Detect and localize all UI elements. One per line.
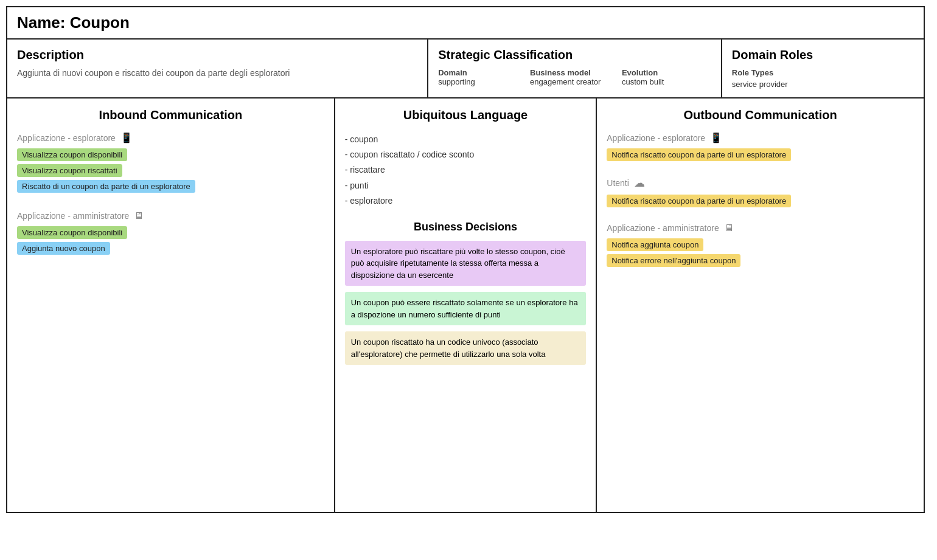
outbound-subsection-utenti: Utenti Notifica riscatto coupon da parte… (607, 176, 914, 210)
outbound-subsection-amministratore: Applicazione - amministratore Notifica a… (607, 223, 914, 270)
badge-admin-visualizza: Visualizza coupon disponibili (17, 226, 324, 242)
domain-roles-section: Domain Roles Role Types service provider (722, 40, 924, 97)
page-header: Name: Coupon (7, 7, 924, 40)
page-title: Name: Coupon (17, 13, 130, 32)
domain-label: Domain supporting (438, 68, 528, 86)
ubiquitous-column: Ubiquitous Language - coupon - coupon ri… (335, 99, 597, 512)
inbound-heading: Inbound Communication (17, 108, 324, 122)
badge-admin-aggiunta: Aggiunta nuovo coupon (17, 242, 324, 258)
outbound-subsection-esploratore: Applicazione - esploratore Notifica risc… (607, 132, 914, 164)
desktop-icon-outbound (724, 223, 734, 233)
term-coupon-riscattato: - coupon riscattato / codice sconto (345, 147, 587, 162)
term-riscattare: - riscattare (345, 162, 587, 178)
main-content-row: Inbound Communication Applicazione - esp… (7, 99, 924, 512)
outbound-utenti-label: Utenti (607, 176, 914, 190)
outbound-column: Outbound Communication Applicazione - es… (597, 99, 924, 512)
term-coupon: - coupon (345, 132, 587, 147)
inbound-column: Inbound Communication Applicazione - esp… (7, 99, 335, 512)
business-decision-3: Un coupon riscattato ha un codice univoc… (345, 331, 587, 365)
strategic-section: Strategic Classification Domain supporti… (428, 40, 722, 97)
business-model-cell: Business model engagement creator (530, 68, 619, 86)
desktop-icon-inbound (134, 210, 144, 221)
outbound-badge-admin-2: Notifica errore nell'aggiunta coupon (607, 254, 914, 270)
outbound-esploratore-label: Applicazione - esploratore (607, 132, 914, 143)
outbound-badge-esploratore-1: Notifica riscatto coupon da parte di un … (607, 148, 914, 164)
evolution-cell: Evolution custom built (622, 68, 711, 86)
badge-visualizza-riscattati: Visualizza coupon riscattati (17, 164, 324, 180)
mobile-icon (120, 132, 133, 143)
outbound-heading: Outbound Communication (607, 108, 914, 122)
inbound-esploratore-label: Applicazione - esploratore (17, 132, 324, 143)
badge-visualizza-disponibili: Visualizza coupon disponibili (17, 148, 324, 164)
mobile-icon-outbound (710, 132, 722, 143)
top-info-row: Description Aggiunta di nuovi coupon e r… (7, 40, 924, 99)
inbound-amministratore-label: Applicazione - amministratore (17, 210, 324, 221)
role-types-value: service provider (732, 80, 914, 89)
business-decision-1: Un esploratore può riscattare più volte … (345, 241, 587, 286)
outbound-amministratore-label: Applicazione - amministratore (607, 223, 914, 233)
term-punti: - punti (345, 178, 587, 193)
ubiquitous-terms: - coupon - coupon riscattato / codice sc… (345, 132, 587, 209)
domain-roles-heading: Domain Roles (732, 48, 914, 62)
cloud-icon (634, 176, 645, 190)
outbound-badge-utenti-1: Notifica riscatto coupon da parte di un … (607, 195, 914, 210)
ubiquitous-heading: Ubiquitous Language (345, 108, 587, 122)
description-section: Description Aggiunta di nuovi coupon e r… (7, 40, 428, 97)
inbound-subsection-esploratore: Applicazione - esploratore Visualizza co… (17, 132, 324, 196)
description-text: Aggiunta di nuovi coupon e riscatto dei … (17, 68, 417, 78)
business-decision-2: Un coupon può essere riscattato solament… (345, 292, 587, 325)
strategic-heading: Strategic Classification (438, 48, 711, 62)
business-decisions-heading: Business Decisions (345, 221, 587, 233)
description-heading: Description (17, 48, 417, 62)
inbound-subsection-amministratore: Applicazione - amministratore Visualizza… (17, 210, 324, 258)
badge-riscatto-esploratore: Riscatto di un coupon da parte di un esp… (17, 180, 324, 196)
role-types-label: Role Types (732, 68, 914, 77)
term-esploratore: - esploratore (345, 193, 587, 209)
strategic-grid: Domain supporting Business model engagem… (438, 68, 711, 86)
outbound-badge-admin-1: Notifica aggiunta coupon (607, 238, 914, 254)
